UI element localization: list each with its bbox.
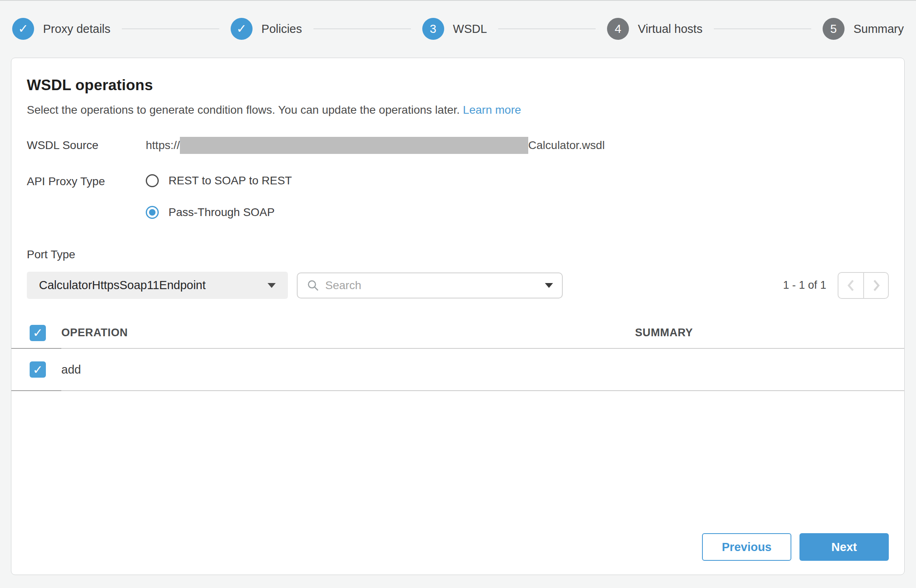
search-icon	[307, 279, 320, 292]
radio-pass-through-soap[interactable]: Pass-Through SOAP	[146, 206, 292, 219]
select-all-checkbox[interactable]: ✓	[30, 325, 46, 341]
step-number: 5	[830, 22, 837, 36]
radio-unselected-icon	[146, 174, 159, 187]
step-number: 4	[615, 22, 621, 36]
step-label: Proxy details	[43, 22, 110, 36]
check-icon: ✓	[18, 23, 28, 35]
step-label: Policies	[261, 22, 302, 36]
step-label: Summary	[853, 22, 904, 36]
step-proxy-details[interactable]: ✓ Proxy details	[12, 18, 110, 40]
radio-rest-to-soap-to-rest[interactable]: REST to SOAP to REST	[146, 174, 292, 187]
api-proxy-type-label: API Proxy Type	[27, 175, 146, 188]
search-filter-chevron-down-icon[interactable]	[545, 283, 553, 288]
step-connector	[122, 28, 219, 29]
step-label: Virtual hosts	[638, 22, 702, 36]
wsdl-source-row: WSDL Source https://Calculator.wsdl	[27, 137, 889, 154]
wizard-stepper: ✓ Proxy details ✓ Policies 3 WSDL 4 Virt…	[0, 1, 916, 57]
step-label: WSDL	[453, 22, 487, 36]
previous-button[interactable]: Previous	[702, 533, 791, 561]
next-page-button[interactable]	[863, 272, 889, 299]
chevron-left-icon	[846, 279, 856, 292]
api-proxy-type-row: API Proxy Type REST to SOAP to REST Pass…	[27, 174, 889, 219]
api-proxy-type-radio-group: REST to SOAP to REST Pass-Through SOAP	[146, 174, 292, 219]
table-controls-row: CalculatorHttpsSoap11Endpoint 1 - 1 of 1	[27, 272, 889, 299]
row-checkbox[interactable]: ✓	[30, 361, 46, 378]
pagination: 1 - 1 of 1	[783, 272, 889, 299]
redacted-url-segment	[180, 137, 528, 154]
radio-label: Pass-Through SOAP	[169, 206, 274, 219]
step-wsdl[interactable]: 3 WSDL	[422, 18, 487, 40]
row-checkbox-cell: ✓	[11, 349, 61, 391]
radio-selected-icon	[146, 206, 159, 219]
summary-cell	[635, 349, 904, 391]
check-icon: ✓	[32, 326, 43, 340]
step-number-badge: 3	[422, 18, 444, 40]
chevron-right-icon	[871, 279, 881, 292]
search-input[interactable]	[325, 279, 545, 292]
table-header-row: ✓ OPERATION SUMMARY	[11, 318, 904, 349]
step-policies[interactable]: ✓ Policies	[231, 18, 302, 40]
wsdl-source-label: WSDL Source	[27, 139, 146, 152]
step-summary[interactable]: 5 Summary	[823, 18, 904, 40]
header-checkbox-cell: ✓	[11, 318, 61, 349]
step-complete-icon: ✓	[231, 18, 253, 40]
page-description: Select the operations to generate condit…	[27, 104, 889, 117]
step-number-badge: 4	[607, 18, 629, 40]
page-title: WSDL operations	[27, 77, 889, 94]
step-complete-icon: ✓	[12, 18, 34, 40]
learn-more-link[interactable]: Learn more	[463, 104, 521, 116]
operation-cell: add	[61, 349, 635, 391]
check-icon: ✓	[236, 23, 246, 35]
wizard-footer: Previous Next	[702, 533, 889, 561]
port-type-selected-value: CalculatorHttpsSoap11Endpoint	[39, 279, 206, 292]
step-number-badge: 5	[823, 18, 845, 40]
pagination-range: 1 - 1 of 1	[783, 279, 826, 292]
wsdl-source-filename: Calculator.wsdl	[528, 139, 605, 152]
step-connector	[313, 28, 411, 29]
step-number: 3	[430, 22, 436, 36]
step-connector	[714, 28, 811, 29]
wsdl-source-value: https://Calculator.wsdl	[146, 137, 605, 154]
step-virtual-hosts[interactable]: 4 Virtual hosts	[607, 18, 702, 40]
summary-column-header: SUMMARY	[635, 318, 904, 349]
wsdl-operations-panel: WSDL operations Select the operations to…	[11, 58, 905, 575]
port-type-select[interactable]: CalculatorHttpsSoap11Endpoint	[27, 272, 288, 299]
description-text: Select the operations to generate condit…	[27, 104, 460, 116]
step-connector	[498, 28, 596, 29]
check-icon: ✓	[32, 363, 43, 377]
chevron-down-icon	[268, 283, 276, 288]
operation-column-header: OPERATION	[61, 318, 635, 349]
next-button[interactable]: Next	[799, 533, 889, 561]
operations-table: ✓ OPERATION SUMMARY ✓ add	[11, 318, 904, 391]
previous-page-button[interactable]	[838, 272, 863, 299]
pagination-buttons	[838, 272, 889, 299]
port-type-label: Port Type	[27, 248, 889, 261]
operations-search-box[interactable]	[297, 272, 563, 298]
wsdl-source-scheme: https://	[146, 139, 180, 152]
radio-label: REST to SOAP to REST	[169, 174, 292, 187]
table-row[interactable]: ✓ add	[11, 349, 904, 391]
